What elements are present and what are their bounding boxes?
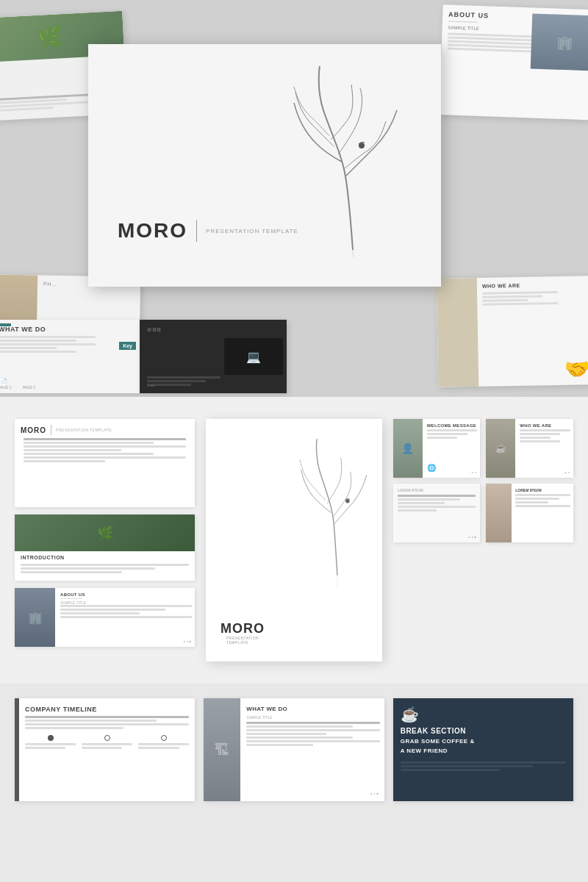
company-timeline-heading: COMPANY TIMELINE: [25, 706, 189, 713]
globe-icon: 🌐: [427, 464, 436, 472]
welcome-heading: WELCOME MESSAGE: [427, 423, 478, 428]
who-we-are-card: ☕ WHO WE ARE ▲ ●: [486, 419, 573, 478]
what-we-do-heading: WHAT WE DO: [0, 326, 46, 333]
middle-section: MORO PRESENTATION TEMPLATE: [0, 397, 588, 684]
intro-heading: INTRODUCTION: [21, 555, 65, 560]
break-section-subheading2: A NEW FRIEND: [401, 747, 566, 755]
extra-card-3: LOREM IPSUM ▲ ● ◆: [393, 484, 481, 542]
about-us-card: 🏢 ABOUT US SAMPLE TITLE ▲ ● ◆: [15, 588, 195, 647]
center-main-slide: MORO PRESENTATION TEMPLATE: [206, 419, 382, 662]
slide-who-we-are-top: WHO WE ARE 🤝: [437, 276, 588, 387]
who-we-are-card-heading: WHO WE ARE: [520, 423, 570, 428]
middle-center-column: MORO PRESENTATION TEMPLATE: [204, 419, 384, 662]
break-section-heading: BREAK SECTION: [401, 726, 566, 736]
main-title: MORO: [118, 219, 187, 243]
center-tree-illustration: [279, 426, 375, 588]
slide-about-us-top: 🏢 ABOUT US SAMPLE TITLE: [439, 4, 588, 121]
main-slide: MORO PRESENTATION TEMPLATE: [88, 44, 441, 287]
bottom-section: COMPANY TIMELINE: [0, 684, 588, 816]
break-section-subheading: GRAB SOME COFFEE &: [401, 738, 566, 745]
slide-what-we-do: WHAT WE DO PAGE 1 PAGE 2 Key 📄: [0, 320, 140, 393]
main-subtitle: PRESENTATION TEMPLATE: [206, 228, 298, 234]
moro-card-subtitle: PRESENTATION TEMPLATE: [56, 428, 112, 432]
break-section-card: ☕ BREAK SECTION GRAB SOME COFFEE & A NEW…: [393, 698, 573, 801]
middle-right-column: 👤 WELCOME MESSAGE 🌐 ▲ ● ☕ WHO WE ARE: [393, 419, 573, 542]
extra-card-4: LOREM IPSUM: [486, 484, 573, 542]
coffee-icon: ☕: [401, 706, 566, 723]
center-slide-title: MORO: [220, 621, 265, 637]
key-badge: Key: [119, 342, 136, 350]
welcome-card: 👤 WELCOME MESSAGE 🌐 ▲ ●: [393, 419, 481, 478]
slide-laptop: ⚙⚙⚙ 💻 ● ●●: [140, 320, 287, 393]
introduction-card: 🌿 INTRODUCTION: [15, 514, 195, 581]
svg-point-1: [345, 499, 350, 503]
what-we-do-bottom-card: 🏗 WHAT WE DO SAMPLE TITLE ▲ ● ◆: [204, 698, 384, 801]
middle-left-column: MORO PRESENTATION TEMPLATE: [15, 419, 195, 647]
moro-card-title: MORO: [21, 426, 46, 434]
about-card-heading: ABOUT US: [60, 592, 192, 597]
title-divider: [196, 220, 197, 242]
who-we-are-heading: WHO WE ARE: [482, 283, 520, 289]
what-we-do-bottom-heading: WHAT WE DO: [246, 706, 379, 712]
center-slide-subtitle: PRESENTATION TEMPLATE: [226, 636, 259, 645]
top-section: 🌿 🏢 ABOUT US SAMPLE TITLE: [0, 0, 588, 397]
company-timeline-card: COMPANY TIMELINE: [15, 698, 195, 801]
what-we-do-sample: SAMPLE TITLE: [246, 715, 379, 720]
moro-card: MORO PRESENTATION TEMPLATE: [15, 419, 195, 507]
